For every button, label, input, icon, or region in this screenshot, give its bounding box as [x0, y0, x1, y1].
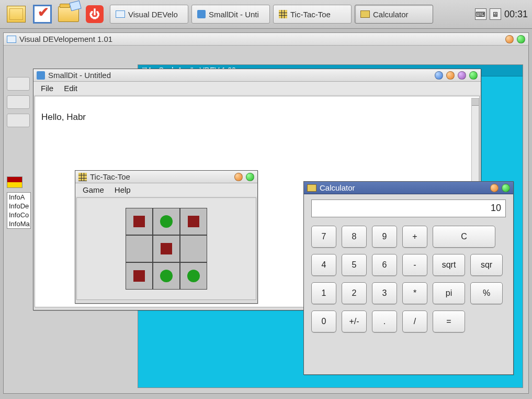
info-item[interactable]: InfoCo	[7, 210, 30, 219]
calc-button-sqrt[interactable]: sqrt	[433, 254, 465, 276]
task-vdev-label: Visual DEVelo	[128, 10, 178, 19]
task-vdev[interactable]: Visual DEVelo	[110, 5, 188, 24]
calc-button-c[interactable]: C	[433, 226, 495, 248]
calc-button-pi[interactable]: pi	[433, 282, 465, 304]
info-item[interactable]: InfoMa	[7, 219, 30, 228]
vdev-info-list[interactable]: InfoA InfoDe InfoCo InfoMa	[7, 192, 31, 229]
smalldit-close-button[interactable]	[469, 71, 478, 80]
ttt-grid	[126, 208, 207, 290]
calc-button-6[interactable]: 6	[372, 254, 397, 276]
vdev-close-button[interactable]	[517, 35, 525, 43]
ttt-cell[interactable]	[153, 235, 180, 262]
menu-game[interactable]: Game	[83, 185, 104, 194]
calc-button-[interactable]: *	[402, 282, 427, 304]
vdev-tool-3[interactable]	[7, 114, 30, 127]
calc-button-9[interactable]: 9	[372, 226, 397, 248]
system-tray: ⌨ 🖥 00:31	[475, 8, 528, 20]
smalldit-maximize-button[interactable]	[458, 71, 466, 80]
vdev-titlebar[interactable]: Visual DEVelopement 1.01	[4, 33, 528, 46]
tray-display-icon[interactable]: 🖥	[490, 8, 501, 20]
vdev-window-icon	[7, 36, 16, 43]
ttt-o-marker	[160, 270, 173, 282]
calc-button-[interactable]: /	[402, 311, 427, 332]
ttt-cell[interactable]	[153, 262, 180, 290]
calc-button-7[interactable]: 7	[311, 226, 336, 248]
calc-button-sqr[interactable]: sqr	[470, 254, 503, 276]
calc-button-2[interactable]: 2	[342, 282, 367, 304]
ttt-x-marker	[133, 216, 145, 227]
smalldit-menubar: File Edit	[33, 82, 481, 95]
smalldit-titlebar[interactable]: SmallDit - Untitled	[33, 69, 481, 82]
task-smalldit[interactable]: SmallDit - Unti	[191, 5, 270, 24]
ttt-cell[interactable]	[180, 262, 207, 290]
vdev-minimize-button[interactable]	[505, 35, 514, 43]
clock: 00:31	[504, 9, 528, 20]
calculator-display: 10	[311, 199, 506, 217]
scrollbar-thumb[interactable]	[472, 98, 479, 106]
calc-button-8[interactable]: 8	[342, 226, 367, 248]
smalldit-help-button[interactable]	[435, 71, 443, 80]
ttt-icon	[279, 10, 287, 18]
calc-button-3[interactable]: 3	[372, 282, 397, 304]
calc-button-[interactable]: %	[470, 282, 503, 304]
menu-edit[interactable]: Edit	[64, 84, 77, 93]
calc-button-[interactable]: =	[433, 311, 465, 332]
tray-keyboard-icon[interactable]: ⌨	[475, 8, 486, 20]
launcher-files-icon[interactable]	[56, 2, 81, 26]
calc-button-0[interactable]: 0	[311, 311, 336, 332]
vdev-icon	[116, 10, 125, 18]
calc-button-[interactable]: +	[402, 226, 427, 248]
vdev-tool-2[interactable]	[7, 95, 30, 109]
ttt-board-area	[76, 197, 256, 300]
ttt-title: Tic-Tac-Toe	[90, 172, 231, 181]
task-smalldit-label: SmallDit - Unti	[209, 10, 259, 19]
calc-button-[interactable]: +/-	[342, 311, 367, 332]
ttt-menubar: Game Help	[75, 183, 257, 196]
ttt-cell[interactable]	[153, 208, 180, 235]
vdev-tool-1[interactable]	[7, 77, 30, 91]
calculator-body: 10 789+C456-sqrtsqr123*pi%0+/-./=	[304, 194, 513, 344]
taskbar: Visual DEVelo SmallDit - Unti Tic-Tac-To…	[0, 0, 532, 29]
calc-button-1[interactable]: 1	[311, 282, 336, 304]
info-item[interactable]: InfoDe	[7, 202, 30, 210]
calc-button-5[interactable]: 5	[342, 254, 367, 276]
ttt-minimize-button[interactable]	[234, 173, 243, 181]
info-item[interactable]: InfoA	[7, 193, 30, 202]
calc-button-4[interactable]: 4	[311, 254, 336, 276]
task-calc-label: Calculator	[373, 10, 409, 19]
ttt-cell[interactable]	[180, 208, 207, 235]
ttt-close-button[interactable]	[246, 173, 254, 181]
ttt-x-marker	[188, 216, 199, 227]
launcher-tasks-icon[interactable]	[30, 2, 54, 26]
calc-button-[interactable]: .	[372, 311, 397, 332]
launcher-power-icon[interactable]	[83, 2, 107, 26]
ttt-cell[interactable]	[126, 235, 153, 262]
vdev-color-swatch[interactable]	[7, 176, 22, 188]
task-calculator[interactable]: Calculator	[355, 5, 433, 24]
ttt-x-marker	[133, 270, 145, 282]
calc-button-[interactable]: -	[402, 254, 427, 276]
ttt-window: Tic-Tac-Toe Game Help	[75, 170, 258, 304]
calculator-title: Calculator	[320, 183, 487, 192]
smalldit-icon	[197, 10, 206, 18]
menu-help[interactable]: Help	[115, 185, 131, 194]
ttt-cell[interactable]	[180, 235, 207, 262]
task-ttt[interactable]: Tic-Tac-Toe	[273, 5, 352, 24]
smalldit-minimize-button[interactable]	[446, 71, 455, 80]
launcher-notebook-icon[interactable]	[4, 2, 28, 26]
ttt-window-icon	[78, 173, 87, 181]
calculator-close-button[interactable]	[502, 184, 510, 192]
ttt-cell[interactable]	[126, 262, 153, 290]
smalldit-text: Hello, Habr	[41, 112, 86, 122]
launcher-tray	[4, 2, 107, 26]
ttt-cell[interactable]	[126, 208, 153, 235]
menu-file[interactable]: File	[41, 84, 53, 93]
task-ttt-label: Tic-Tac-Toe	[290, 10, 331, 19]
calculator-icon	[360, 10, 370, 18]
ttt-titlebar[interactable]: Tic-Tac-Toe	[75, 171, 257, 183]
ttt-o-marker	[160, 215, 173, 228]
calculator-titlebar[interactable]: Calculator	[304, 182, 513, 194]
smalldit-title: SmallDit - Untitled	[48, 71, 432, 80]
smalldit-window-icon	[37, 71, 45, 80]
calculator-minimize-button[interactable]	[490, 184, 499, 192]
